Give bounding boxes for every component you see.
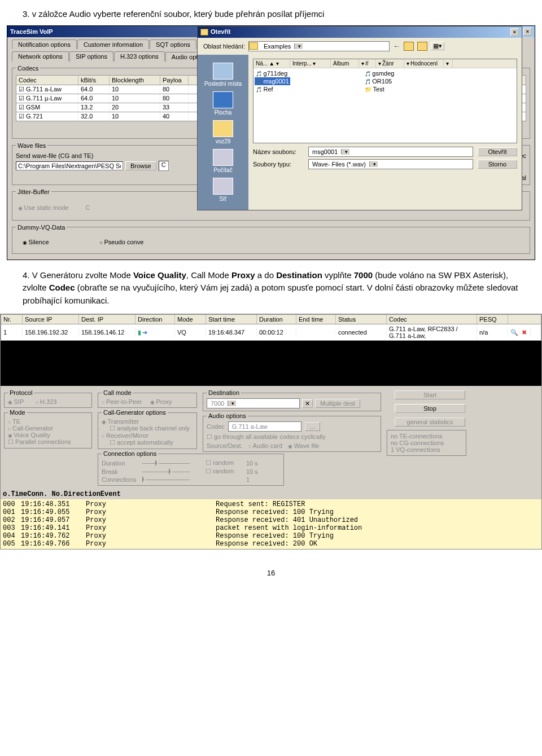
place-desktop[interactable]: Plocha: [201, 91, 245, 116]
folder-combo[interactable]: Examples ▾: [248, 41, 390, 51]
wave-path-input[interactable]: [16, 161, 123, 170]
col-block[interactable]: Blocklength: [110, 76, 160, 85]
col-end[interactable]: End time: [296, 315, 336, 324]
chevron-down-icon[interactable]: ▾: [294, 43, 303, 49]
codec-more-button[interactable]: ...: [305, 422, 320, 431]
view-menu-icon[interactable]: ▦▾: [431, 42, 444, 50]
codec-block: 10: [110, 94, 160, 103]
open-close-icon[interactable]: ×: [510, 28, 519, 36]
start-button[interactable]: Start: [395, 390, 465, 399]
tab-notification[interactable]: Notification options: [12, 39, 77, 49]
gothrough-check[interactable]: ☐ go through all available codecs cyclic…: [207, 432, 377, 442]
col-rating[interactable]: ▾ Hodnocení: [404, 59, 444, 68]
h323-radio[interactable]: H.323: [36, 398, 56, 405]
col-srcip[interactable]: Source IP: [23, 315, 79, 324]
tab-sqt[interactable]: SQT options: [150, 39, 196, 49]
connections-slider[interactable]: 🭬──────────: [142, 476, 204, 483]
accept-check[interactable]: ☐ accept automatically: [102, 439, 193, 446]
audiocard-radio[interactable]: Audio card: [248, 442, 283, 449]
up-folder-icon[interactable]: [404, 42, 414, 51]
chevron-down-icon[interactable]: ▾: [228, 401, 236, 406]
codec-combo[interactable]: G.711 a-Law: [228, 421, 301, 432]
place-label: Síť: [219, 196, 226, 202]
zoom-icon[interactable]: 🔍: [508, 328, 519, 337]
col-genre[interactable]: ▾ Žánr: [376, 59, 404, 68]
file-item[interactable]: OR105: [364, 77, 396, 85]
chevron-down-icon[interactable]: ▾: [341, 149, 349, 155]
tab-sip[interactable]: SIP options: [69, 51, 113, 61]
codec-name[interactable]: G.711 µ-Law: [16, 94, 78, 103]
filename-combo[interactable]: msg0001▾: [308, 147, 473, 157]
col-album[interactable]: Album: [331, 59, 359, 68]
transmitter-radio[interactable]: Transmitter: [102, 418, 193, 425]
clear-dest-icon[interactable]: ✕: [302, 399, 313, 408]
col-kbits[interactable]: kBit/s: [78, 76, 110, 85]
codec-name[interactable]: G.711 a-Law: [16, 85, 78, 94]
filetype-combo[interactable]: Wave- Files (*.wav)▾: [308, 159, 473, 169]
tab-customer[interactable]: Customer information: [77, 39, 149, 49]
silence-radio[interactable]: Silence: [23, 239, 49, 245]
vq-radio[interactable]: Voice Quality: [8, 432, 88, 438]
nav-back-icon[interactable]: ←: [393, 42, 400, 50]
p2p-radio[interactable]: Peer-to-Peer: [102, 398, 142, 405]
te-radio[interactable]: TE: [8, 418, 88, 425]
tab-h323[interactable]: H.323 options: [114, 51, 165, 61]
parallel-check[interactable]: ☐ Parallel connections: [8, 438, 88, 446]
analyse-check[interactable]: ☐ analyse back channel only: [102, 425, 193, 432]
proxy-radio[interactable]: Proxy: [150, 398, 172, 405]
file-item[interactable]: Test: [364, 85, 396, 93]
destination-combo[interactable]: 7000▾: [207, 398, 300, 408]
col-nr[interactable]: Nr.: [1, 315, 23, 324]
col-name[interactable]: Ná... ▲ ▾: [253, 59, 290, 68]
col-status[interactable]: Status: [336, 315, 387, 324]
place-computer[interactable]: Počítač: [201, 149, 245, 173]
cg-radio[interactable]: Call-Generator: [8, 425, 88, 432]
log-area[interactable]: 00019:16:48.351ProxyRequest sent: REGIST…: [1, 499, 541, 549]
col-codec[interactable]: Codec: [16, 76, 78, 85]
pseudo-radio[interactable]: Pseudo conve: [100, 239, 144, 245]
file-item[interactable]: Ref: [255, 85, 290, 93]
one-vq-label: 1 VQ-connections: [391, 446, 462, 453]
codec-name[interactable]: G.721: [16, 112, 78, 121]
open-button[interactable]: Otevřít: [478, 147, 517, 156]
multiple-dest-button[interactable]: Multiple dest: [315, 399, 360, 408]
no-te-label: no TE-connections: [391, 433, 462, 439]
col-mode[interactable]: Mode: [175, 315, 206, 324]
codec-name[interactable]: GSM: [16, 103, 78, 112]
duration-slider[interactable]: ───🭬───────: [142, 460, 204, 467]
place-label: Počítač: [213, 167, 232, 173]
place-recent[interactable]: Poslední místa: [201, 63, 245, 87]
col-interp[interactable]: Interp... ▾: [290, 59, 331, 68]
col-dstip[interactable]: Dest. IP: [79, 315, 136, 324]
close-icon[interactable]: ×: [523, 28, 532, 36]
browse-button[interactable]: Browse: [125, 161, 156, 170]
cancel-button[interactable]: Storno: [478, 160, 517, 169]
col-codec[interactable]: Codec: [387, 315, 477, 324]
new-folder-icon[interactable]: [417, 42, 427, 51]
general-stats-button[interactable]: general statistics: [395, 417, 465, 427]
file-item-selected[interactable]: msg0001: [255, 77, 290, 85]
col-payload[interactable]: Payloa: [160, 76, 189, 85]
receiver-radio[interactable]: Receiver/Mirror: [102, 432, 193, 439]
col-dur[interactable]: Duration: [257, 315, 296, 324]
file-list[interactable]: Ná... ▲ ▾ Interp... ▾ Album ▾ # ▾ Žánr ▾…: [253, 59, 517, 143]
col-more[interactable]: ▾: [444, 59, 453, 68]
tab-network[interactable]: Network options: [12, 51, 69, 61]
file-item[interactable]: g711deg: [255, 69, 290, 77]
col-pesq[interactable]: PESQ: [477, 315, 508, 324]
col-dir[interactable]: Direction: [136, 315, 175, 324]
break-slider[interactable]: ──────🭬────: [142, 468, 204, 475]
col-num[interactable]: ▾ #: [359, 59, 376, 68]
conn-row[interactable]: 1 158.196.192.32 158.196.146.12 ▮➔ VQ 19…: [1, 324, 541, 341]
place-network[interactable]: Síť: [201, 178, 245, 202]
stop-button[interactable]: Stop: [395, 404, 465, 413]
col-start[interactable]: Start time: [206, 315, 257, 324]
jitter-static-radio[interactable]: Use static mode: [18, 204, 68, 211]
wavefile-radio[interactable]: Wave file: [288, 442, 319, 449]
delete-icon[interactable]: ✖: [519, 328, 531, 337]
file-item[interactable]: gsmdeg: [364, 69, 396, 77]
place-user[interactable]: voz29: [201, 120, 245, 144]
chevron-down-icon[interactable]: ▾: [369, 161, 378, 167]
callmode-group: Call mode Peer-to-Peer Proxy: [98, 389, 197, 408]
sip-radio[interactable]: SIP: [8, 398, 24, 405]
